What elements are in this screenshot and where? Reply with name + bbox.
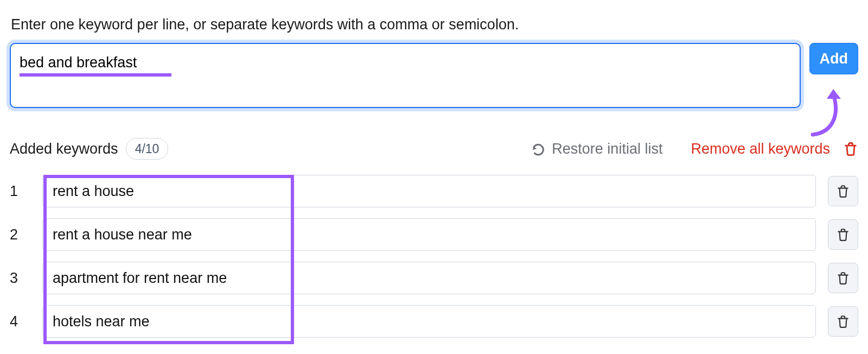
delete-keyword-button[interactable] xyxy=(828,306,858,337)
restore-initial-list-button[interactable]: Restore initial list xyxy=(531,141,662,157)
delete-keyword-button[interactable] xyxy=(828,219,858,250)
trash-icon xyxy=(836,184,850,198)
restore-initial-list-label: Restore initial list xyxy=(552,141,662,157)
keyword-row: 2 xyxy=(10,213,858,256)
delete-keyword-button[interactable] xyxy=(828,176,858,206)
keyword-textarea[interactable] xyxy=(10,43,801,108)
instruction-text: Enter one keyword per line, or separate … xyxy=(11,16,858,33)
keyword-index: 2 xyxy=(10,226,30,243)
keyword-index: 3 xyxy=(10,270,30,287)
keyword-row: 3 xyxy=(10,256,858,300)
trash-icon xyxy=(836,271,850,285)
keyword-row: 1 xyxy=(10,169,858,213)
trash-icon[interactable] xyxy=(843,141,858,157)
added-keywords-label: Added keywords xyxy=(10,141,118,157)
trash-icon xyxy=(836,227,850,242)
keyword-index: 4 xyxy=(10,313,30,330)
remove-all-keywords-button[interactable]: Remove all keywords xyxy=(691,141,830,157)
keyword-textarea-wrap xyxy=(10,43,801,112)
keyword-field[interactable] xyxy=(42,262,816,294)
delete-keyword-button[interactable] xyxy=(828,263,858,293)
added-keywords-count: 4/10 xyxy=(126,138,169,160)
keyword-field[interactable] xyxy=(42,218,816,251)
added-keywords-header: Added keywords 4/10 Restore initial list… xyxy=(10,138,858,160)
keyword-index: 1 xyxy=(10,183,30,200)
keyword-field[interactable] xyxy=(42,175,816,207)
keyword-row: 4 xyxy=(10,300,858,343)
trash-icon xyxy=(836,314,850,328)
keyword-field[interactable] xyxy=(42,305,816,338)
keyword-list: 1 2 3 4 xyxy=(10,169,858,343)
undo-icon xyxy=(531,141,546,156)
keyword-input-row: Add xyxy=(10,43,858,112)
add-button[interactable]: Add xyxy=(809,43,858,74)
